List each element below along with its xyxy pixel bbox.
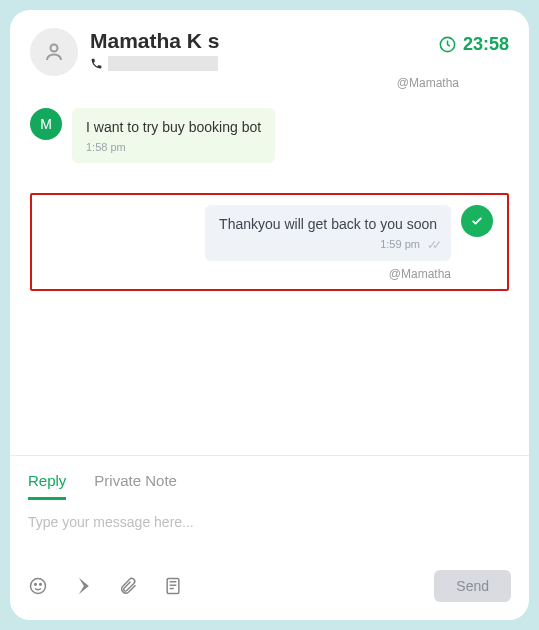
svg-point-0 — [51, 45, 58, 52]
template-icon[interactable] — [163, 576, 183, 596]
person-icon — [42, 40, 66, 64]
whatsapp-icon — [468, 212, 486, 230]
outgoing-message-row: Thankyou will get back to you soon 1:59 … — [46, 205, 493, 261]
outgoing-avatar — [461, 205, 493, 237]
composer-tabs: Reply Private Note — [28, 464, 511, 500]
chat-window: Mamatha K s 23:58 @Mamatha M I want to t… — [10, 10, 529, 620]
contact-phone — [90, 56, 426, 71]
header-time: 23:58 — [438, 34, 509, 55]
incoming-avatar: M — [30, 108, 62, 140]
chat-header: Mamatha K s 23:58 — [10, 10, 529, 76]
incoming-message-row: M I want to try buy booking bot 1:58 pm — [30, 108, 509, 163]
incoming-bubble[interactable]: I want to try buy booking bot 1:58 pm — [72, 108, 275, 163]
message-input[interactable]: Type your message here... — [28, 504, 511, 570]
phone-icon — [90, 57, 103, 70]
incoming-text: I want to try buy booking bot — [86, 119, 261, 135]
toolbar-left — [28, 576, 183, 596]
incoming-time: 1:58 pm — [86, 140, 261, 155]
time-value: 23:58 — [463, 34, 509, 55]
composer: Reply Private Note Type your message her… — [10, 455, 529, 620]
outgoing-time: 1:59 pm ✓✓ — [219, 237, 437, 253]
emoji-icon[interactable] — [28, 576, 48, 596]
tab-private-note[interactable]: Private Note — [94, 464, 177, 500]
svg-point-2 — [31, 579, 46, 594]
outgoing-author: @Mamatha — [46, 267, 493, 281]
clock-icon — [438, 35, 457, 54]
svg-rect-5 — [167, 579, 179, 594]
prev-msg-author: @Mamatha — [30, 76, 509, 90]
svg-point-3 — [35, 584, 37, 586]
tab-reply[interactable]: Reply — [28, 464, 66, 500]
highlighted-region: Thankyou will get back to you soon 1:59 … — [30, 193, 509, 291]
outgoing-bubble[interactable]: Thankyou will get back to you soon 1:59 … — [205, 205, 451, 261]
message-list[interactable]: @Mamatha M I want to try buy booking bot… — [10, 76, 529, 455]
contact-avatar[interactable] — [30, 28, 78, 76]
phone-redacted — [108, 56, 218, 71]
composer-toolbar: Send — [28, 570, 511, 602]
svg-point-4 — [40, 584, 42, 586]
double-check-icon: ✓✓ — [427, 237, 437, 253]
header-title-wrap: Mamatha K s — [90, 28, 426, 71]
contact-name: Mamatha K s — [90, 28, 426, 53]
send-button[interactable]: Send — [434, 570, 511, 602]
attachment-icon[interactable] — [118, 576, 138, 596]
quick-reply-icon[interactable] — [73, 576, 93, 596]
outgoing-text: Thankyou will get back to you soon — [219, 216, 437, 232]
